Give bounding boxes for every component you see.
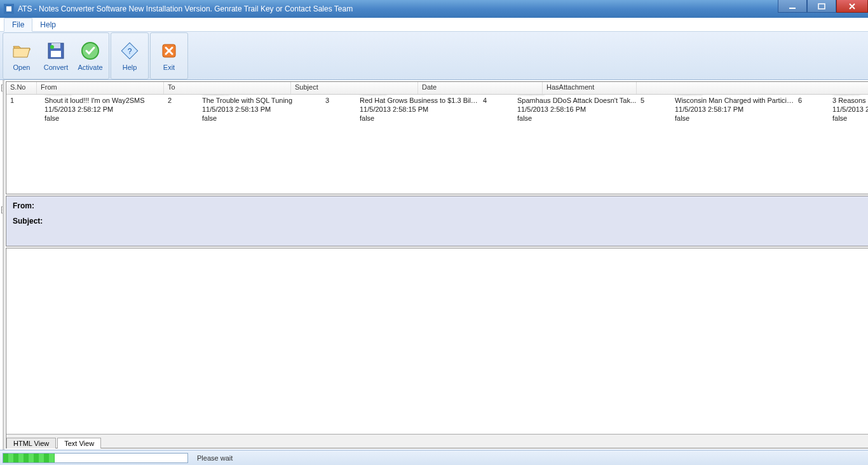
floppy-convert-icon xyxy=(46,41,66,61)
activate-label: Activate xyxy=(78,64,102,71)
exit-label: Exit xyxy=(163,64,175,71)
cell-att: false xyxy=(356,114,450,123)
col-sno[interactable]: S.No xyxy=(6,82,37,94)
cell-date: 11/5/2013 2:58:18 PM xyxy=(829,105,868,114)
cell-att: false xyxy=(513,114,607,123)
svg-rect-2 xyxy=(789,8,796,9)
cell-att: false xyxy=(41,114,135,123)
col-from[interactable]: From xyxy=(37,82,164,94)
cell-subject: Red Hat Grows Business to $1.3 Billio... xyxy=(356,96,479,105)
cell-from: "IT News Daily" redactedSpamhaus DDoS At… xyxy=(510,95,637,123)
cell-sno: 1 xyxy=(6,96,37,105)
svg-rect-3 xyxy=(818,4,825,9)
menu-help[interactable]: Help xyxy=(32,18,64,31)
cell-sno: 6 xyxy=(794,96,825,105)
view-tabs: HTML View Text View xyxy=(6,434,868,448)
cell-sno: 5 xyxy=(637,96,667,105)
status-bar: Please wait xyxy=(0,450,868,465)
col-hasattachment[interactable]: HasAttachment xyxy=(543,82,637,94)
cell-to: redacted xyxy=(41,95,164,96)
cell-date: 11/5/2013 2:58:16 PM xyxy=(513,105,637,114)
preview-header: From: Date: Subject: xyxy=(6,196,868,246)
convert-button[interactable]: Convert xyxy=(39,34,73,78)
email-row[interactable]: 1Way2Sms Team redactedShout it loud!!! I… xyxy=(6,95,868,105)
minimize-button[interactable] xyxy=(778,0,807,13)
cell-from: "Small Business Tech Daily" redacted3 Re… xyxy=(825,95,868,123)
cell-to: redacted xyxy=(513,95,637,96)
tab-html-view[interactable]: HTML View xyxy=(6,438,56,448)
cell-from: "Database Daily" redactedThe Trouble wit… xyxy=(194,95,322,123)
check-circle-icon xyxy=(80,41,100,61)
window-controls xyxy=(778,0,868,18)
cell-subject: Shout it loud!!! I'm on Way2SMS xyxy=(41,96,164,105)
help-diamond-icon: ? xyxy=(119,41,140,61)
cell-att: false xyxy=(671,114,765,123)
email-row[interactable]: 6"Small Business Tech Daily" redacted3 R… xyxy=(794,95,868,105)
open-button[interactable]: Open xyxy=(4,34,39,78)
maximize-button[interactable] xyxy=(807,0,836,13)
cell-date: 11/5/2013 2:58:12 PM xyxy=(41,105,164,114)
col-date[interactable]: Date xyxy=(418,82,543,94)
cell-sno: 3 xyxy=(322,96,352,105)
folder-open-icon xyxy=(11,41,32,61)
menu-file[interactable]: File xyxy=(4,18,32,32)
email-row[interactable]: 3"IT Management Daily" redactedRed Hat G… xyxy=(322,95,868,105)
progress-fill xyxy=(3,454,55,462)
preview-subject-label: Subject: xyxy=(13,217,43,226)
preview-from-label: From: xyxy=(13,201,34,210)
cell-date: 11/5/2013 2:58:13 PM xyxy=(198,105,322,114)
close-button[interactable] xyxy=(836,0,868,13)
col-subject[interactable]: Subject xyxy=(291,82,418,94)
cell-subject: Wisconsin Man Charged with Particip... xyxy=(671,96,794,105)
col-to[interactable]: To xyxy=(164,82,291,94)
progress-bar xyxy=(3,453,188,463)
svg-point-7 xyxy=(50,45,54,49)
exit-button[interactable]: Exit xyxy=(152,34,186,78)
exit-icon xyxy=(159,41,179,61)
email-row[interactable]: 5"Security Daily" redactedWisconsin Man … xyxy=(637,95,868,105)
svg-rect-1 xyxy=(6,6,11,11)
cell-from: "Security Daily" redactedWisconsin Man C… xyxy=(667,95,794,123)
cell-date: 11/5/2013 2:58:15 PM xyxy=(356,105,479,114)
cell-to: redacted xyxy=(829,95,868,96)
help-button[interactable]: ? Help xyxy=(112,34,147,78)
body-viewer: HTML View Text View xyxy=(6,248,868,448)
svg-text:?: ? xyxy=(128,47,132,56)
app-icon xyxy=(4,4,14,14)
content-pane: S.No From To Subject Date HasAttachment … xyxy=(4,80,868,450)
titlebar: ATS - Notes Converter Software New Insta… xyxy=(0,0,868,18)
email-row[interactable]: 2"Database Daily" redactedThe Trouble wi… xyxy=(164,95,868,105)
body-content[interactable] xyxy=(6,248,868,434)
cell-att: false xyxy=(198,114,292,123)
cell-from: Way2Sms Team redactedShout it loud!!! I'… xyxy=(37,95,164,123)
cell-from: "IT Management Daily" redactedRed Hat Gr… xyxy=(352,95,479,123)
svg-rect-6 xyxy=(51,51,61,57)
convert-label: Convert xyxy=(44,64,69,71)
cell-to: redacted xyxy=(198,95,322,96)
menu-bar: File Help xyxy=(0,18,868,32)
cell-sno: 4 xyxy=(479,96,510,105)
email-list[interactable]: S.No From To Subject Date HasAttachment … xyxy=(6,81,868,194)
tab-text-view[interactable]: Text View xyxy=(57,438,101,448)
cell-subject: Spamhaus DDoS Attack Doesn't Tak... xyxy=(513,96,637,105)
ribbon-toolbar: Open Convert Activate ? Help Exit xyxy=(0,32,868,80)
cell-att: false xyxy=(829,114,868,123)
cell-to: redacted xyxy=(671,95,794,96)
cell-subject: The Trouble with SQL Tuning xyxy=(198,96,322,105)
cell-date: 11/5/2013 2:58:17 PM xyxy=(671,105,794,114)
open-label: Open xyxy=(13,64,31,71)
main-area: −ATS - Notes Converter SoftwareTrashSent… xyxy=(0,80,868,450)
email-list-header[interactable]: S.No From To Subject Date HasAttachment xyxy=(6,82,868,95)
status-text: Please wait xyxy=(197,454,233,462)
window-title: ATS - Notes Converter Software New Insta… xyxy=(18,4,778,13)
activate-button[interactable]: Activate xyxy=(73,34,107,78)
cell-subject: 3 Reasons Businesses Stop Growing xyxy=(829,96,868,105)
folder-tree-sidebar[interactable]: −ATS - Notes Converter SoftwareTrashSent… xyxy=(0,80,4,450)
cell-to: redacted xyxy=(356,95,479,96)
email-row[interactable]: 4"IT News Daily" redactedSpamhaus DDoS A… xyxy=(479,95,868,105)
help-label: Help xyxy=(123,64,137,71)
cell-sno: 2 xyxy=(164,96,194,105)
